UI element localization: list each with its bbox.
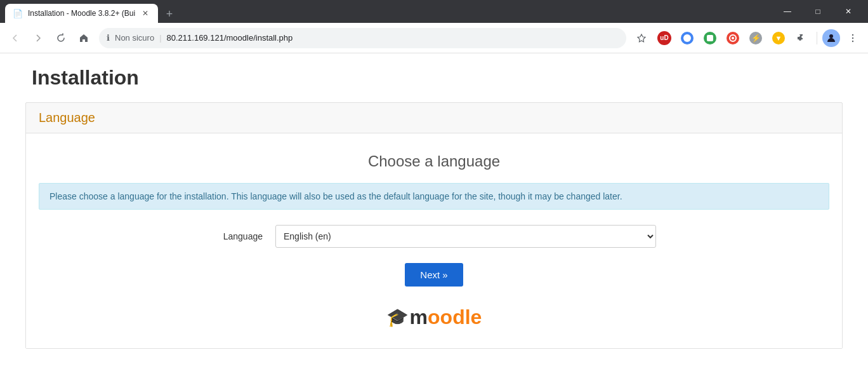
- language-section: Language Choose a language Please choose…: [25, 102, 843, 349]
- svg-point-6: [852, 34, 853, 35]
- page-content: Installation Language Choose a language …: [0, 53, 868, 377]
- svg-point-1: [683, 34, 691, 42]
- security-icon: ℹ: [107, 33, 110, 43]
- svg-point-7: [852, 37, 853, 38]
- maximize-button[interactable]: □: [803, 0, 832, 23]
- tab-bar: 📄 Installation - Moodle 3.8.2+ (Bui ✕ + …: [0, 0, 868, 23]
- svg-point-4: [732, 37, 734, 39]
- choose-language-heading: Choose a language: [39, 152, 829, 170]
- moodle-hat-icon: 🎓: [386, 307, 409, 328]
- address-bar[interactable]: ℹ Non sicuro | 80.211.169.121/moodle/ins…: [99, 28, 626, 48]
- forward-button[interactable]: [28, 28, 48, 48]
- active-tab[interactable]: 📄 Installation - Moodle 3.8.2+ (Bui ✕: [5, 4, 158, 23]
- info-text: Please choose a language for the install…: [49, 191, 622, 201]
- svg-marker-0: [638, 34, 645, 42]
- ext-ublock[interactable]: uD: [654, 28, 674, 48]
- star-button[interactable]: [631, 28, 652, 48]
- language-form-row: Language English (en) Italian (it) Spani…: [39, 225, 829, 248]
- browser-toolbar: ℹ Non sicuro | 80.211.169.121/moodle/ins…: [0, 23, 868, 53]
- ext-puzzle[interactable]: [791, 28, 812, 48]
- svg-rect-2: [707, 35, 713, 41]
- ext-icon-2[interactable]: [677, 28, 697, 48]
- home-button[interactable]: [74, 28, 94, 48]
- moodle-m-text: m: [410, 306, 428, 329]
- info-box: Please choose a language for the install…: [39, 183, 829, 210]
- section-header: Language: [26, 103, 842, 133]
- svg-point-5: [829, 34, 833, 38]
- back-button[interactable]: [5, 28, 25, 48]
- new-tab-button[interactable]: +: [161, 5, 178, 23]
- moodle-logo: 🎓 moodle: [386, 306, 482, 329]
- toolbar-separator: [817, 32, 817, 44]
- page-title: Installation: [32, 66, 843, 90]
- ext-icon-4[interactable]: [723, 28, 743, 48]
- tab-title: Installation - Moodle 3.8.2+ (Bui: [28, 9, 135, 18]
- svg-point-8: [852, 40, 853, 41]
- window-controls: — □ ✕: [773, 0, 863, 23]
- ublock-icon: uD: [660, 34, 668, 41]
- url-separator: |: [159, 33, 161, 43]
- next-button[interactable]: Next »: [405, 263, 463, 287]
- next-btn-container: Next »: [39, 263, 829, 287]
- tab-close-button[interactable]: ✕: [140, 8, 150, 18]
- profile-button[interactable]: [822, 29, 840, 47]
- section-title: Language: [39, 111, 95, 125]
- minimize-button[interactable]: —: [773, 0, 802, 23]
- ext-icon-6[interactable]: ▼: [768, 28, 789, 48]
- close-button[interactable]: ✕: [834, 0, 863, 23]
- ext5-icon: ⚡: [751, 34, 761, 43]
- security-label: Non sicuro: [115, 33, 154, 43]
- section-body: Choose a language Please choose a langua…: [26, 133, 842, 348]
- ext6-icon: ▼: [775, 34, 782, 42]
- reload-button[interactable]: [51, 28, 71, 48]
- url-text: 80.211.169.121/moodle/install.php: [167, 33, 619, 43]
- menu-button[interactable]: [843, 28, 863, 48]
- moodle-rest-text: oodle: [428, 306, 482, 329]
- browser-chrome: 📄 Installation - Moodle 3.8.2+ (Bui ✕ + …: [0, 0, 868, 53]
- ext-icon-5[interactable]: ⚡: [746, 28, 766, 48]
- language-select[interactable]: English (en) Italian (it) Spanish (es) F…: [275, 225, 656, 248]
- language-label: Language: [212, 231, 263, 241]
- ext-icon-3[interactable]: [700, 28, 720, 48]
- moodle-logo-container: 🎓 moodle: [39, 306, 829, 329]
- tab-favicon: 📄: [13, 8, 23, 18]
